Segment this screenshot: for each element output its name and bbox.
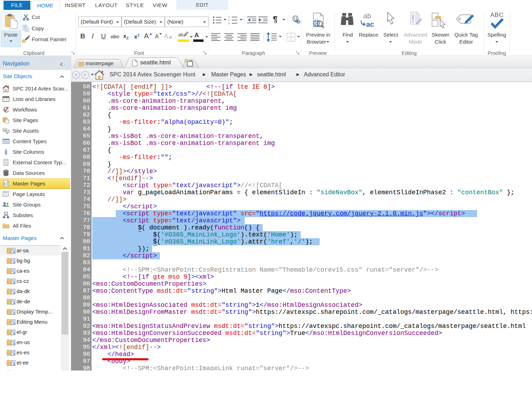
- svg-text:2: 2: [228, 19, 230, 22]
- svg-text:3: 3: [228, 22, 230, 25]
- svg-text:ab: ab: [363, 12, 371, 20]
- svg-text:ac: ac: [366, 20, 374, 28]
- svg-text:1: 1: [228, 15, 230, 19]
